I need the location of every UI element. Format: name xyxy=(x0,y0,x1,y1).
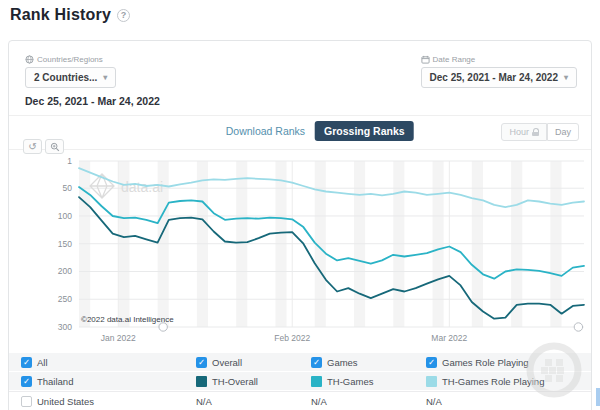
legend-item: TH-Overall xyxy=(196,376,311,387)
scrollbar-thumb[interactable] xyxy=(596,388,600,406)
calendar-icon xyxy=(421,55,430,64)
legend-item[interactable]: ✓Thailand xyxy=(21,376,196,387)
chart-copyright: ©2022 data.ai Intelligence xyxy=(81,315,174,324)
legend-label: Thailand xyxy=(37,376,73,387)
countries-filter: Countries/Regions 2 Countries... ▾ Dec 2… xyxy=(25,55,160,107)
legend-label: N/A xyxy=(196,396,212,407)
page-title: Rank History xyxy=(10,6,111,24)
legend-item: TH-Games Role Playing xyxy=(426,376,591,387)
y-tick-label: 250 xyxy=(58,294,72,304)
checkbox-checked-icon[interactable]: ✓ xyxy=(311,357,322,368)
y-tick-label: 300 xyxy=(58,322,72,332)
legend-item: N/A xyxy=(426,396,591,407)
date-range-label: Date Range xyxy=(421,55,577,64)
day-button-label: Day xyxy=(555,127,571,137)
x-tick-label: Feb 2022 xyxy=(274,333,310,343)
countries-dropdown[interactable]: 2 Countries... ▾ xyxy=(25,67,116,88)
legend-row: United StatesN/AN/AN/A xyxy=(9,391,591,410)
page-header: Rank History ? xyxy=(10,6,130,24)
legend-item[interactable]: United States xyxy=(21,396,196,407)
legend-item: N/A xyxy=(311,396,426,407)
day-button[interactable]: Day xyxy=(547,123,579,141)
series-line-th-games xyxy=(79,187,584,279)
chevron-down-icon: ▾ xyxy=(564,73,568,82)
legend-label: TH-Games Role Playing xyxy=(442,376,544,387)
legend-item: N/A xyxy=(196,396,311,407)
legend-label: Games Role Playing xyxy=(442,357,529,368)
y-tick-label: 50 xyxy=(63,183,73,193)
checkbox-unchecked-icon[interactable] xyxy=(21,396,32,407)
magnifier-icon xyxy=(50,142,60,152)
brush-handle[interactable] xyxy=(159,323,167,331)
series-color-swatch xyxy=(196,376,207,387)
chart-legend: ✓All✓Overall✓Games✓Games Role Playing✓Th… xyxy=(9,353,591,410)
legend-label: Overall xyxy=(212,357,242,368)
hour-button-label: Hour xyxy=(509,127,529,137)
date-summary: Dec 25, 2021 - Mar 24, 2022 xyxy=(25,95,160,107)
legend-item[interactable]: ✓Games Role Playing xyxy=(426,357,591,368)
globe-icon xyxy=(25,55,34,64)
date-range-dropdown[interactable]: Dec 25, 2021 - Mar 24, 2022 ▾ xyxy=(421,67,577,88)
rank-history-panel: Countries/Regions 2 Countries... ▾ Dec 2… xyxy=(8,40,592,410)
legend-label: N/A xyxy=(426,396,442,407)
hour-button[interactable]: Hour xyxy=(501,123,547,141)
checkbox-checked-icon[interactable]: ✓ xyxy=(21,357,32,368)
countries-filter-label: Countries/Regions xyxy=(25,55,160,64)
legend-label: Games xyxy=(327,357,358,368)
brush-handle[interactable] xyxy=(574,323,582,331)
legend-item[interactable]: ✓Games xyxy=(311,357,426,368)
y-tick-label: 200 xyxy=(58,266,72,276)
legend-label: TH-Games xyxy=(327,376,373,387)
date-range-dropdown-value: Dec 25, 2021 - Mar 24, 2022 xyxy=(430,72,558,83)
legend-label: United States xyxy=(37,396,94,407)
divider xyxy=(9,115,591,116)
series-color-swatch xyxy=(311,376,322,387)
x-tick-label: Jan 2022 xyxy=(101,333,136,343)
rank-chart-svg[interactable]: 150100150200250300data.aiJan 2022Feb 202… xyxy=(15,153,587,353)
reset-zoom-button[interactable]: ↺ xyxy=(23,139,42,154)
legend-item: TH-Games xyxy=(311,376,426,387)
x-tick-label: Mar 2022 xyxy=(431,333,467,343)
countries-dropdown-value: 2 Countries... xyxy=(34,72,97,83)
date-range-filter: Date Range Dec 25, 2021 - Mar 24, 2022 ▾ xyxy=(421,55,577,88)
date-range-label-text: Date Range xyxy=(433,55,476,64)
countries-filter-label-text: Countries/Regions xyxy=(37,55,103,64)
tab-grossing-ranks[interactable]: Grossing Ranks xyxy=(315,121,414,141)
checkbox-checked-icon[interactable]: ✓ xyxy=(196,357,207,368)
series-color-swatch xyxy=(426,376,437,387)
legend-row: ✓ThailandTH-OverallTH-GamesTH-Games Role… xyxy=(9,372,591,391)
legend-row: ✓All✓Overall✓Games✓Games Role Playing xyxy=(9,353,591,372)
y-tick-label: 100 xyxy=(58,211,72,221)
watermark-text: data.ai xyxy=(121,179,163,195)
rank-type-tabs: Download Ranks Grossing Ranks Hour Day xyxy=(9,121,591,145)
legend-item[interactable]: ✓All xyxy=(21,357,196,368)
y-tick-label: 1 xyxy=(67,156,72,166)
y-tick-label: 150 xyxy=(58,239,72,249)
help-icon[interactable]: ? xyxy=(117,9,130,22)
legend-item[interactable]: ✓Overall xyxy=(196,357,311,368)
chart-tools: ↺ xyxy=(23,139,64,154)
zoom-in-button[interactable] xyxy=(45,139,64,154)
legend-label: All xyxy=(37,357,48,368)
chevron-down-icon: ▾ xyxy=(103,73,107,82)
tab-download-ranks[interactable]: Download Ranks xyxy=(218,121,313,141)
legend-label: TH-Overall xyxy=(212,376,258,387)
legend-label: N/A xyxy=(311,396,327,407)
granularity-toggle: Hour Day xyxy=(501,123,579,141)
lock-icon xyxy=(532,128,539,136)
checkbox-checked-icon[interactable]: ✓ xyxy=(21,376,32,387)
divider xyxy=(9,149,591,150)
checkbox-checked-icon[interactable]: ✓ xyxy=(426,357,437,368)
